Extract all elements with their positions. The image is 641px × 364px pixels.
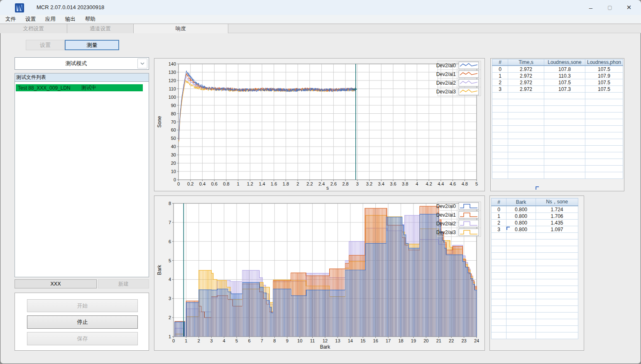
save-button[interactable]: 保存 <box>27 332 138 345</box>
table-cell[interactable]: 107.5 <box>544 79 585 86</box>
table-cell[interactable]: 2.972 <box>508 79 544 86</box>
tab-document-settings[interactable]: 文档设置 <box>0 24 67 33</box>
start-button[interactable]: 开始 <box>27 299 138 312</box>
table-row[interactable]: 22.972107.5107.5 <box>492 79 623 86</box>
table-cell[interactable]: 0 <box>492 206 506 213</box>
empty-cell <box>544 93 585 99</box>
empty-cell <box>536 306 578 313</box>
menu-item-apply[interactable]: 应用 <box>43 15 58 24</box>
svg-text:3.6: 3.6 <box>390 181 396 186</box>
table-row[interactable]: 20.8001.435 <box>492 220 578 226</box>
empty-cell <box>492 313 506 319</box>
table-row[interactable]: 00.8001.724 <box>492 206 578 213</box>
table-cell[interactable]: 107.9 <box>585 73 623 79</box>
table-cell[interactable]: 2.972 <box>508 73 544 79</box>
svg-text:8: 8 <box>169 201 171 206</box>
svg-text:2.8: 2.8 <box>342 181 348 186</box>
table-cell[interactable]: 1.724 <box>536 206 578 213</box>
new-button[interactable]: 新建 <box>98 279 149 288</box>
table-cell[interactable]: 1.097 <box>536 226 578 233</box>
table-cell[interactable]: 107.3 <box>544 86 585 93</box>
x-axis-label: Bark <box>320 344 331 350</box>
svg-text:6: 6 <box>248 338 250 343</box>
svg-text:40: 40 <box>171 144 176 149</box>
table-cell[interactable]: 2 <box>492 220 506 226</box>
empty-cell <box>508 152 544 159</box>
test-file-list-header: 测试文件列表 <box>15 73 149 82</box>
table-cell[interactable]: 0.800 <box>506 226 536 233</box>
table-row[interactable]: 02.972107.8107.5 <box>492 66 623 73</box>
close-button[interactable]: ✕ <box>619 0 639 15</box>
specific-loudness-chart-box[interactable]: 0123456789101112131415161718192021222324… <box>154 195 485 351</box>
loudness-time-chart[interactable]: 00.20.40.60.811.21.41.61.822.22.42.62.83… <box>154 59 484 191</box>
svg-text:20: 20 <box>423 338 428 343</box>
tab-channel-settings[interactable]: 通道设置 <box>67 24 134 33</box>
table-cell[interactable]: 1 <box>492 213 506 220</box>
table-cell[interactable]: 3 <box>492 86 508 93</box>
svg-text:2.4: 2.4 <box>318 181 325 186</box>
table-cell[interactable]: 0.800 <box>506 206 536 213</box>
svg-text:14: 14 <box>348 338 353 343</box>
svg-text:7: 7 <box>261 338 263 343</box>
empty-cell <box>536 279 578 286</box>
table-cell[interactable]: 0 <box>492 66 508 73</box>
specific-loudness-chart[interactable]: 0123456789101112131415161718192021222324… <box>154 196 484 350</box>
empty-cell <box>536 266 578 273</box>
x-axis-label: s <box>326 185 329 191</box>
table-cell[interactable]: 2.972 <box>508 86 544 93</box>
legend-label: Dev2/ai3 <box>436 89 456 95</box>
empty-table-row <box>492 326 578 332</box>
empty-cell <box>492 326 506 332</box>
empty-cell <box>492 139 508 146</box>
svg-text:6: 6 <box>169 239 171 244</box>
table-cell[interactable]: 0.800 <box>506 213 536 220</box>
table-cell[interactable]: 107.8 <box>544 66 585 73</box>
table-row[interactable]: 12.972110.3107.9 <box>492 73 623 79</box>
table-cell[interactable]: 107.5 <box>585 79 623 86</box>
maximize-button[interactable]: ▢ <box>600 0 619 15</box>
empty-cell <box>544 166 585 172</box>
test-mode-select[interactable]: 测试模式 <box>15 57 149 70</box>
table-cell[interactable]: 1.435 <box>536 220 578 226</box>
svg-text:50: 50 <box>171 136 176 141</box>
column-header: Ns，sone <box>536 198 578 206</box>
table-cell[interactable]: 2.972 <box>508 66 544 73</box>
minimize-button[interactable]: – <box>581 0 600 15</box>
table-cell[interactable]: 1 <box>492 73 508 79</box>
svg-text:0: 0 <box>174 177 176 182</box>
empty-cell <box>508 132 544 139</box>
tab-loudness[interactable]: 响度 <box>134 24 228 33</box>
list-item-test-file[interactable]: Test 88_XXX_009_LDN 测试中 <box>16 84 143 91</box>
svg-text:12: 12 <box>323 338 328 343</box>
empty-cell <box>506 239 536 246</box>
table-row[interactable]: 30.8001.097 <box>492 226 578 233</box>
table-cell[interactable]: 0.800 <box>506 220 536 226</box>
menu-item-output[interactable]: 输出 <box>63 15 78 24</box>
empty-cell <box>536 332 578 339</box>
table-row[interactable]: 32.972107.3107.5 <box>492 86 623 93</box>
table-cell[interactable]: 2 <box>492 79 508 86</box>
empty-cell <box>508 146 544 152</box>
svg-text:120: 120 <box>169 78 176 83</box>
table-cell[interactable]: 3 <box>492 226 506 233</box>
empty-cell <box>492 172 508 179</box>
xxx-button[interactable]: XXX <box>15 279 97 288</box>
svg-text:10: 10 <box>171 169 176 174</box>
table-cell[interactable]: 107.5 <box>585 86 623 93</box>
legend-label: Dev2/ai0 <box>436 203 456 209</box>
chevron-down-icon[interactable] <box>137 59 147 68</box>
loudness-time-chart-box[interactable]: 00.20.40.60.811.21.41.61.822.22.42.62.83… <box>154 58 485 191</box>
table-cell[interactable]: 1.706 <box>536 213 578 220</box>
menu-item-help[interactable]: 帮助 <box>83 15 98 24</box>
measure-subtab-button[interactable]: 测量 <box>65 40 119 50</box>
menu-item-file[interactable]: 文件 <box>3 15 18 24</box>
svg-text:1.6: 1.6 <box>271 181 277 186</box>
table-cell[interactable]: 110.3 <box>544 73 585 79</box>
table-row[interactable]: 10.8001.706 <box>492 213 578 220</box>
settings-subtab-button[interactable]: 设置 <box>26 40 65 50</box>
menu-item-settings[interactable]: 设置 <box>23 15 38 24</box>
table-cell[interactable]: 107.5 <box>585 66 623 73</box>
bark-table-box: #BarkNs，sone00.8001.72410.8001.70620.800… <box>489 195 584 351</box>
stop-button[interactable]: 停止 <box>27 315 138 329</box>
app-icon <box>15 3 24 12</box>
